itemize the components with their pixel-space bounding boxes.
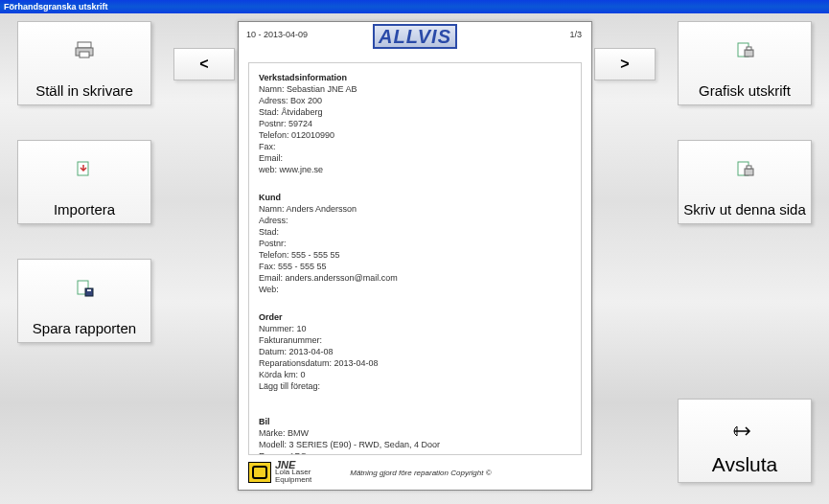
- doc-row: Adress:: [259, 215, 571, 226]
- next-label: >: [620, 56, 629, 73]
- doc-row: Reg.nr: ABC: [259, 450, 571, 455]
- doc-row: Postnr: 59724: [259, 118, 571, 129]
- brand-mark-icon: [248, 462, 271, 483]
- doc-row: Fakturanummer:: [259, 334, 571, 346]
- doc-row: Fax:: [259, 141, 571, 152]
- svg-rect-2: [80, 52, 89, 57]
- section-car-rows: Märke: BMWModell: 3 SERIES (E90) - RWD, …: [259, 427, 571, 455]
- import-label: Importera: [18, 201, 150, 218]
- import-icon: [75, 158, 94, 179]
- section-workshop-title: Verkstadsinformation: [259, 73, 571, 82]
- doc-logo: ALLVIS: [373, 24, 457, 49]
- doc-row: Lägg till företag:: [259, 380, 571, 392]
- prev-label: <: [199, 56, 208, 73]
- graphic-print-button[interactable]: Grafisk utskrift: [678, 21, 812, 105]
- print-page-icon: [735, 158, 754, 179]
- next-page-button[interactable]: >: [594, 48, 656, 80]
- section-order-title: Order: [259, 312, 571, 322]
- doc-row: Namn: Anders Andersson: [259, 203, 571, 215]
- quit-button[interactable]: Avsluta: [678, 399, 812, 483]
- section-workshop: Verkstadsinformation Namn: Sebastian JNE…: [259, 73, 571, 175]
- doc-row: Fax: 555 - 555 55: [259, 261, 571, 272]
- section-order: Order Nummer: 10Fakturanummer:Datum: 201…: [259, 312, 571, 392]
- doc-row: Web:: [259, 284, 571, 295]
- doc-date: 10 - 2013-04-09: [246, 30, 308, 39]
- section-car: Bil Märke: BMWModell: 3 SERIES (E90) - R…: [259, 417, 571, 455]
- window-title: Förhandsgranska utskrift: [4, 2, 108, 11]
- doc-row: Modell: 3 SERIES (E90) - RWD, Sedan, 4 D…: [259, 439, 571, 450]
- doc-row: Stad:: [259, 226, 571, 238]
- set-printer-button[interactable]: Ställ in skrivare: [17, 21, 151, 105]
- doc-row: Reparationsdatum: 2013-04-08: [259, 357, 571, 369]
- doc-row: Email:: [259, 152, 571, 164]
- svg-rect-9: [747, 47, 751, 50]
- doc-page-indicator: 1/3: [569, 30, 582, 39]
- printer-icon: [75, 39, 94, 60]
- doc-header: 10 - 2013-04-09 ALLVIS 1/3: [239, 22, 591, 51]
- doc-row: Körda km: 0: [259, 369, 571, 380]
- section-customer: Kund Namn: Anders AnderssonAdress:Stad:P…: [259, 193, 571, 295]
- save-icon: [75, 277, 94, 298]
- footer-copy: Mätning gjord före reparation Copyright …: [350, 469, 491, 477]
- graphic-print-label: Grafisk utskrift: [679, 82, 811, 99]
- doc-row: Datum: 2013-04-08: [259, 346, 571, 357]
- section-workshop-rows: Namn: Sebastian JNE ABAdress: Box 200Sta…: [259, 83, 571, 175]
- doc-row: Telefon: 555 - 555 55: [259, 249, 571, 261]
- document-preview: 10 - 2013-04-09 ALLVIS 1/3 Verkstadsinfo…: [238, 21, 592, 491]
- doc-row: Adress: Box 200: [259, 95, 571, 106]
- doc-footer: JNE Lola Laser Equipment Mätning gjord f…: [248, 461, 582, 484]
- quit-icon: [732, 421, 757, 442]
- doc-row: Postnr:: [259, 238, 571, 249]
- brand-bot: Equipment: [275, 476, 311, 484]
- quit-label: Avsluta: [679, 453, 811, 476]
- workspace: Ställ in skrivare Importera Spara rappor…: [0, 13, 829, 504]
- window-titlebar: Förhandsgranska utskrift: [0, 0, 829, 13]
- section-order-rows: Nummer: 10Fakturanummer:Datum: 2013-04-0…: [259, 323, 571, 392]
- set-printer-label: Ställ in skrivare: [18, 82, 150, 99]
- svg-rect-0: [78, 42, 91, 48]
- svg-rect-11: [745, 169, 753, 175]
- svg-rect-8: [745, 50, 753, 57]
- prev-page-button[interactable]: <: [173, 48, 235, 80]
- doc-body: Verkstadsinformation Namn: Sebastian JNE…: [248, 62, 582, 455]
- svg-rect-6: [87, 289, 91, 291]
- save-report-button[interactable]: Spara rapporten: [17, 259, 151, 343]
- graphic-print-icon: [735, 39, 754, 60]
- doc-row: Nummer: 10: [259, 323, 571, 334]
- section-customer-title: Kund: [259, 193, 571, 202]
- section-car-title: Bil: [259, 417, 571, 426]
- doc-row: Namn: Sebastian JNE AB: [259, 83, 571, 95]
- print-page-button[interactable]: Skriv ut denna sida: [678, 140, 812, 224]
- print-page-label: Skriv ut denna sida: [679, 201, 811, 218]
- doc-row: Telefon: 012010990: [259, 129, 571, 141]
- save-report-label: Spara rapporten: [18, 320, 150, 336]
- doc-row: Märke: BMW: [259, 427, 571, 439]
- footer-brand: JNE Lola Laser Equipment: [248, 461, 311, 484]
- svg-rect-12: [747, 166, 751, 169]
- doc-row: web: www.jne.se: [259, 164, 571, 175]
- import-button[interactable]: Importera: [17, 140, 151, 224]
- doc-row: Email: anders.andersson@mail.com: [259, 272, 571, 284]
- doc-row: Stad: Åtvidaberg: [259, 106, 571, 118]
- section-customer-rows: Namn: Anders AnderssonAdress:Stad:Postnr…: [259, 203, 571, 295]
